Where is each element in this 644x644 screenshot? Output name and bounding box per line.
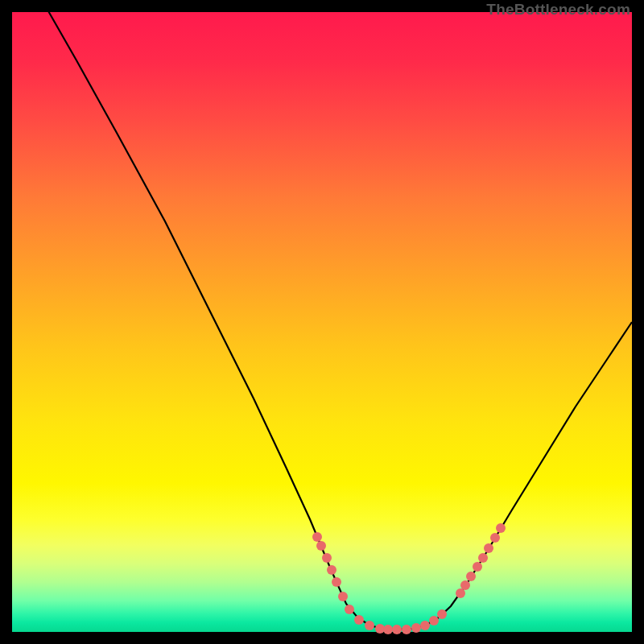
data-marker (365, 621, 374, 630)
data-marker (338, 592, 348, 601)
data-marker (392, 625, 402, 634)
data-marker (456, 588, 465, 598)
data-marker (460, 580, 470, 590)
data-marker (478, 553, 488, 563)
data-marker (354, 615, 364, 625)
chart-frame: TheBottleneck.com (12, 12, 632, 632)
data-marker (316, 541, 326, 551)
data-marker (345, 605, 354, 614)
data-marker (322, 553, 332, 563)
data-marker (466, 572, 476, 581)
data-marker (402, 625, 411, 634)
data-marker (411, 623, 421, 633)
data-marker (484, 543, 493, 553)
data-marker (490, 533, 500, 543)
data-marker (496, 523, 506, 533)
marker-group (312, 523, 506, 634)
data-marker (312, 532, 322, 542)
data-marker (383, 625, 393, 634)
data-marker (327, 565, 336, 575)
bottleneck-curve (44, 4, 632, 630)
data-marker (420, 621, 430, 630)
data-marker (332, 577, 341, 587)
data-marker (437, 609, 447, 619)
data-marker (473, 562, 482, 572)
watermark-text: TheBottleneck.com (486, 1, 630, 19)
data-marker (429, 616, 439, 625)
chart-svg (12, 12, 632, 632)
